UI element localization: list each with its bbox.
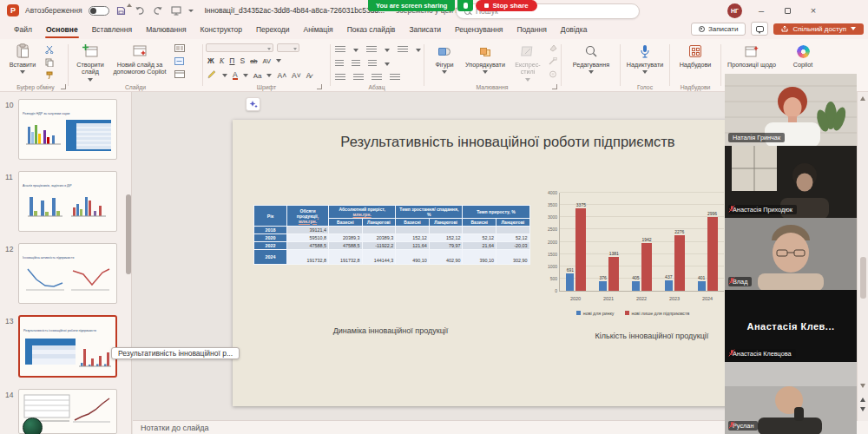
justify-icon[interactable] — [390, 74, 400, 82]
slide-thumbnail-10[interactable]: 10Розподіл НДР за галузями науки — [5, 99, 131, 160]
bold-button[interactable]: Ж — [207, 56, 214, 65]
participant-tile-Руслан[interactable]: Руслан — [725, 362, 857, 434]
highlight-pen-icon[interactable] — [207, 70, 217, 81]
cut-icon[interactable] — [43, 44, 55, 54]
participant-tile-Анастасія Приходюк[interactable]: Анастасія Приходюк — [725, 146, 857, 218]
tab-Анімація[interactable]: Анімація — [297, 21, 340, 39]
window-minimize-button[interactable]: – — [753, 3, 769, 18]
slide-thumbnail-11[interactable]: 11Аналіз працівників, задіяних в ДіР — [5, 171, 131, 232]
paste-dropdown-icon[interactable] — [20, 70, 25, 74]
numbering-icon[interactable] — [366, 46, 377, 54]
innovation-bar-chart[interactable]: 0500100015002000250030003500400069133753… — [535, 186, 731, 318]
section-icon[interactable] — [174, 69, 185, 79]
shadow-button[interactable]: S — [240, 56, 245, 65]
chart-bar-blue[interactable] — [665, 280, 673, 291]
tab-Рецензування[interactable]: Рецензування — [448, 21, 510, 39]
record-button[interactable]: Записати — [691, 23, 746, 36]
chart-bar-red[interactable] — [575, 208, 586, 291]
font-size-combo[interactable] — [277, 43, 299, 52]
increase-indent-icon[interactable] — [352, 60, 360, 68]
paste-button[interactable]: Вставити — [7, 43, 38, 74]
save-icon[interactable] — [115, 4, 128, 16]
tab-Довідка[interactable]: Довідка — [554, 21, 595, 39]
redo-icon[interactable] — [152, 4, 164, 16]
clipboard-dialog-launcher[interactable] — [61, 84, 66, 89]
grow-font-button[interactable]: A˄ — [277, 71, 286, 80]
chart-bar-blue[interactable] — [698, 281, 706, 291]
slide-thumbnail-12[interactable]: 12Інноваційна активність підприємств — [5, 243, 131, 304]
copilot-button[interactable]: Copilot — [786, 43, 820, 69]
participant-tile-Анастасія Клевцова[interactable]: Анастасія Клев...Анастасія Клевцова — [725, 290, 857, 362]
new-slide-button[interactable]: Створити слайд — [71, 43, 109, 82]
slide-layout-icon[interactable] — [174, 43, 185, 53]
shapes-button[interactable]: Фігури — [429, 43, 460, 74]
copy-icon[interactable] — [43, 57, 55, 67]
decrease-indent-icon[interactable] — [335, 60, 344, 68]
quick-access-more-icon[interactable] — [188, 10, 194, 12]
clear-formatting-button[interactable]: A̷ — [306, 71, 312, 80]
undo-icon[interactable] — [134, 4, 146, 16]
dictate-button[interactable]: Надиктувати — [622, 43, 667, 74]
addins-button[interactable]: Надбудови — [672, 43, 719, 69]
char-spacing-dropdown-icon[interactable] — [276, 59, 281, 62]
tab-Вставлення[interactable]: Вставлення — [85, 21, 139, 39]
copilot-new-slide-button[interactable]: Новий слайд за допомогою Copilot — [113, 43, 167, 76]
chart-bar-red[interactable] — [707, 217, 718, 291]
innovation-table[interactable]: РікОбсяги продукції, млн.грн.Абсолютний … — [253, 205, 530, 265]
user-avatar[interactable]: НГ — [727, 3, 742, 18]
quick-styles-button[interactable]: Експрес-стилі — [510, 43, 545, 82]
tab-Малювання[interactable]: Малювання — [139, 21, 193, 39]
stop-share-button[interactable]: Stop share — [476, 0, 536, 11]
scrollbar-thumb[interactable] — [860, 257, 866, 299]
share-mic-icon[interactable] — [457, 0, 473, 11]
line-spacing-icon[interactable] — [398, 46, 408, 54]
shrink-font-button[interactable]: A˅ — [292, 71, 301, 80]
suggestions-button[interactable]: Пропозиції щодо — [723, 43, 780, 69]
thumbs-scroll-up-icon[interactable] — [127, 3, 132, 7]
present-display-icon[interactable] — [170, 4, 182, 16]
chart-bar-blue[interactable] — [632, 281, 640, 291]
chart-bar-blue[interactable] — [599, 281, 607, 291]
scroll-down-icon[interactable] — [860, 384, 865, 388]
shape-outline-icon[interactable] — [547, 56, 558, 66]
tab-Основне[interactable]: Основне — [39, 21, 85, 39]
align-right-icon[interactable] — [372, 74, 382, 82]
align-left-icon[interactable] — [335, 74, 345, 82]
share-access-button[interactable]: Спільний доступ — [773, 23, 864, 35]
participant-tile-Влад[interactable]: Влад — [725, 218, 857, 290]
italic-button[interactable]: K — [220, 56, 225, 65]
comments-button[interactable] — [751, 22, 768, 36]
editor-vertical-scrollbar[interactable] — [857, 92, 868, 421]
designer-sparkle-button[interactable] — [246, 97, 260, 111]
slide-canvas[interactable]: Результативність інноваційної роботи під… — [233, 120, 783, 406]
shape-effects-icon[interactable] — [547, 69, 558, 79]
tab-Переходи[interactable]: Переходи — [249, 21, 297, 39]
autosave-toggle[interactable] — [89, 6, 109, 16]
shape-fill-icon[interactable] — [547, 43, 558, 53]
font-dialog-launcher[interactable] — [317, 84, 322, 89]
font-name-combo[interactable] — [206, 43, 273, 52]
previous-slide-button[interactable] — [860, 398, 865, 402]
chart-bar-blue[interactable] — [566, 273, 574, 291]
scroll-up-icon[interactable] — [860, 96, 865, 101]
format-painter-icon[interactable] — [43, 70, 55, 80]
bullets-icon[interactable] — [335, 46, 345, 54]
tab-Подання[interactable]: Подання — [510, 21, 553, 39]
change-case-button[interactable]: Aa — [253, 72, 262, 80]
tab-Записати[interactable]: Записати — [402, 21, 448, 39]
drawing-dialog-launcher[interactable] — [552, 84, 557, 89]
font-color-button[interactable]: А — [233, 71, 238, 80]
tab-Показ слайдів[interactable]: Показ слайдів — [340, 21, 403, 39]
window-close-button[interactable]: × — [806, 3, 821, 18]
underline-button[interactable]: П — [229, 56, 234, 65]
align-center-icon[interactable] — [353, 74, 364, 82]
zoom-floating-avatar[interactable] — [23, 418, 43, 434]
tab-Конструктор[interactable]: Конструктор — [194, 21, 249, 39]
arrange-button[interactable]: Упорядкувати — [464, 43, 507, 74]
chart-bar-red[interactable] — [641, 243, 652, 291]
char-spacing-button[interactable]: AV — [262, 57, 270, 65]
window-maximize-button[interactable] — [779, 3, 795, 18]
chart-bar-red[interactable] — [674, 235, 685, 291]
strikethrough-button[interactable]: ab — [250, 57, 257, 65]
thumbs-scrollbar[interactable] — [126, 194, 131, 274]
